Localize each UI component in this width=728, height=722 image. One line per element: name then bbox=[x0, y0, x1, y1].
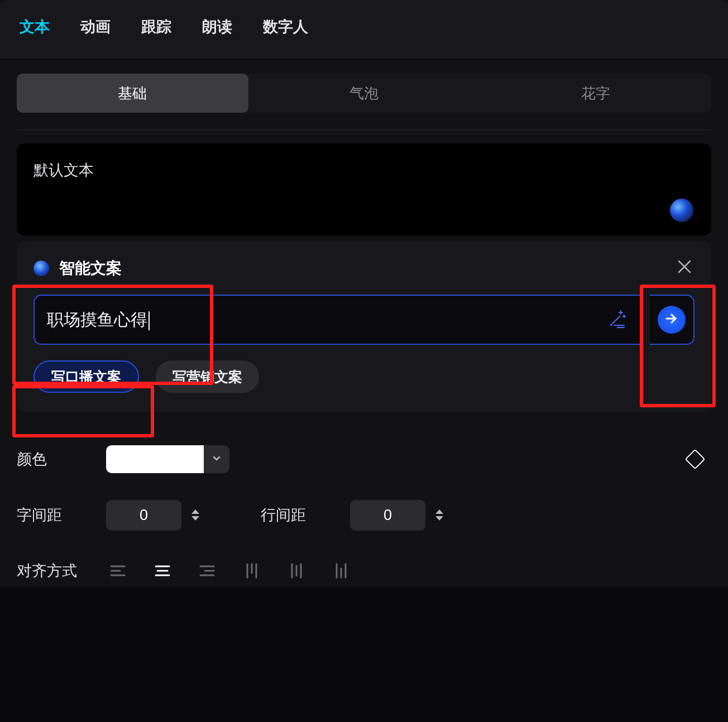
text-properties-panel: 文本 动画 跟踪 朗读 数字人 基础 气泡 花字 默认文本 智能文案 bbox=[0, 0, 728, 722]
align-group bbox=[106, 559, 353, 583]
align-right[interactable] bbox=[195, 559, 219, 583]
letter-spacing-group: 字间距 0 bbox=[17, 500, 205, 531]
chevron-up-icon bbox=[186, 509, 205, 514]
tab-animation[interactable]: 动画 bbox=[80, 17, 111, 37]
smart-copy-header: 智能文案 bbox=[33, 258, 695, 279]
tab-text[interactable]: 文本 bbox=[20, 17, 50, 37]
magic-wand-icon[interactable] bbox=[607, 309, 628, 331]
divider bbox=[17, 129, 711, 130]
align-row: 对齐方式 bbox=[17, 554, 711, 588]
send-button[interactable] bbox=[650, 295, 695, 345]
prompt-input[interactable]: 职场摸鱼心得 bbox=[33, 295, 640, 345]
subtab-bubble[interactable]: 气泡 bbox=[248, 74, 480, 113]
sub-tabs: 基础 气泡 花字 bbox=[17, 74, 711, 113]
align-v-right[interactable] bbox=[329, 559, 353, 583]
align-v-left[interactable] bbox=[240, 559, 264, 583]
chip-marketing[interactable]: 写营销文案 bbox=[156, 360, 259, 393]
color-swatch[interactable] bbox=[106, 445, 204, 473]
align-label: 对齐方式 bbox=[17, 561, 106, 581]
smart-copy-title: 智能文案 bbox=[59, 258, 122, 279]
line-spacing-label: 行间距 bbox=[261, 505, 350, 525]
align-left[interactable] bbox=[106, 559, 130, 583]
top-tabs: 文本 动画 跟踪 朗读 数字人 bbox=[0, 0, 728, 60]
letter-spacing-stepper[interactable] bbox=[186, 500, 205, 531]
ai-orb-small-icon bbox=[33, 261, 49, 276]
properties-section: 颜色 字间距 0 行间距 bbox=[0, 426, 728, 588]
smart-copy-panel: 智能文案 职场摸鱼心得 bbox=[17, 241, 711, 412]
line-spacing-group: 行间距 0 bbox=[261, 500, 449, 531]
keyframe-diamond-icon[interactable] bbox=[685, 449, 706, 470]
ai-orb-icon[interactable] bbox=[670, 199, 693, 222]
prompt-text: 职场摸鱼心得 bbox=[47, 309, 601, 331]
color-row: 颜色 bbox=[17, 442, 711, 476]
spacing-row: 字间距 0 行间距 0 bbox=[17, 498, 711, 532]
align-center[interactable] bbox=[151, 559, 174, 583]
chevron-down-icon bbox=[186, 516, 205, 521]
chip-broadcast[interactable]: 写口播文案 bbox=[33, 360, 139, 393]
tab-digital[interactable]: 数字人 bbox=[263, 17, 308, 37]
chevron-up-icon bbox=[430, 509, 449, 514]
subtab-fancy[interactable]: 花字 bbox=[480, 74, 711, 113]
chevron-down-icon bbox=[430, 516, 449, 521]
align-v-center[interactable] bbox=[285, 559, 308, 583]
color-label: 颜色 bbox=[17, 449, 106, 469]
letter-spacing-input[interactable]: 0 bbox=[106, 500, 181, 531]
line-spacing-input[interactable]: 0 bbox=[350, 500, 425, 531]
tab-tracking[interactable]: 跟踪 bbox=[141, 17, 171, 37]
text-content-area[interactable]: 默认文本 bbox=[17, 143, 711, 235]
subtab-basic[interactable]: 基础 bbox=[17, 74, 248, 113]
line-spacing-stepper[interactable] bbox=[430, 500, 449, 531]
text-placeholder: 默认文本 bbox=[33, 160, 695, 180]
arrow-right-icon bbox=[664, 311, 679, 328]
close-button[interactable] bbox=[676, 258, 693, 276]
chip-row: 写口播文案 写营销文案 bbox=[33, 360, 695, 393]
tab-read[interactable]: 朗读 bbox=[202, 17, 232, 37]
letter-spacing-label: 字间距 bbox=[17, 505, 106, 525]
chevron-down-icon bbox=[211, 453, 222, 466]
content-area: 基础 气泡 花字 默认文本 智能文案 bbox=[0, 60, 728, 426]
prompt-input-group: 职场摸鱼心得 bbox=[33, 295, 695, 345]
close-icon bbox=[676, 268, 693, 277]
color-dropdown[interactable] bbox=[204, 445, 229, 473]
